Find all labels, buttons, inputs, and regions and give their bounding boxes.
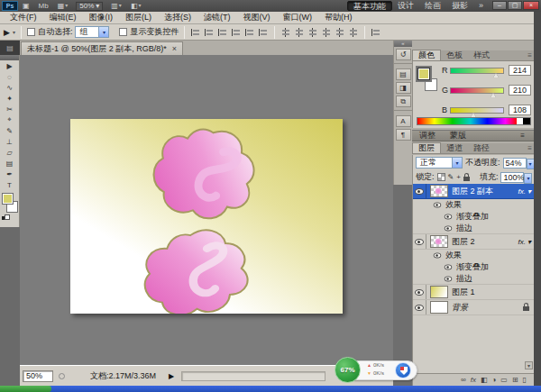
- paragraph-panel-icon[interactable]: ¶: [396, 129, 411, 141]
- auto-align-layers-icon[interactable]: [371, 28, 381, 37]
- visibility-eye-icon[interactable]: [445, 276, 453, 281]
- menu-filter[interactable]: 滤镜(T): [197, 12, 237, 23]
- distribute-top-edges-icon[interactable]: [281, 28, 290, 37]
- menu-file[interactable]: 文件(F): [4, 12, 43, 23]
- default-colors-icon[interactable]: [2, 214, 9, 221]
- layer-row-layer1[interactable]: 图层 1: [413, 285, 534, 300]
- character-panel-icon[interactable]: A: [396, 115, 411, 127]
- new-group-icon[interactable]: ▭: [500, 376, 508, 384]
- workspace-overflow-button[interactable]: »: [473, 1, 489, 11]
- tab-paths[interactable]: 路径: [468, 143, 495, 153]
- blue-value-field[interactable]: 108: [509, 105, 531, 115]
- speed-ball-widget[interactable]: 67% ▲0K/s ▼0K/s: [335, 356, 419, 386]
- visibility-eye-icon[interactable]: [434, 253, 442, 259]
- lock-position-icon[interactable]: +: [456, 173, 461, 181]
- menu-edit[interactable]: 编辑(E): [43, 12, 83, 23]
- align-left-edges-icon[interactable]: [232, 28, 241, 37]
- align-right-edges-icon[interactable]: [259, 28, 268, 37]
- brush-tool[interactable]: ✎: [0, 125, 19, 136]
- blue-slider[interactable]: [450, 107, 504, 114]
- stroke-row[interactable]: 描边: [413, 273, 534, 285]
- stroke-row[interactable]: 描边: [413, 223, 534, 234]
- tab-swatches[interactable]: 色板: [441, 50, 468, 60]
- marquee-tool[interactable]: ◌: [0, 71, 19, 82]
- layers-panel-menu-icon[interactable]: ≡: [527, 144, 532, 152]
- adjustment-layer-icon[interactable]: ◑: [491, 376, 496, 384]
- layer-thumbnail[interactable]: [430, 185, 448, 197]
- visibility-eye-icon[interactable]: [445, 265, 453, 270]
- document-canvas[interactable]: [70, 119, 343, 314]
- blend-mode-dropdown[interactable]: 正常 ▾: [416, 157, 463, 169]
- windows-taskbar[interactable]: [0, 386, 541, 392]
- pen-tool[interactable]: ✒: [0, 169, 19, 179]
- layer-effects-badge[interactable]: fx.▾: [518, 238, 531, 246]
- new-layer-icon[interactable]: ⊞: [512, 376, 518, 384]
- eyedropper-tool[interactable]: ⌖: [0, 114, 19, 125]
- minimize-button[interactable]: –: [492, 1, 507, 10]
- move-tool-preset-icon[interactable]: ▶: [4, 28, 10, 37]
- canvas-area[interactable]: [20, 55, 393, 365]
- foreground-color-swatch[interactable]: [2, 193, 14, 205]
- magic-wand-tool[interactable]: ✦: [0, 93, 19, 104]
- memory-percent-ball[interactable]: 67%: [335, 357, 361, 383]
- align-vertical-centers-icon[interactable]: [205, 28, 214, 37]
- link-layers-icon[interactable]: ∞: [461, 376, 466, 384]
- visibility-eye-icon[interactable]: [415, 289, 424, 296]
- layer-thumbnail[interactable]: [430, 301, 448, 314]
- layer-row-layer2[interactable]: 图层 2 fx.▾: [413, 234, 534, 250]
- tab-masks[interactable]: 蒙版: [443, 130, 473, 141]
- menu-help[interactable]: 帮助(H): [318, 12, 359, 23]
- tab-color[interactable]: 颜色: [412, 50, 441, 60]
- restore-button[interactable]: ▢: [508, 1, 522, 10]
- eraser-tool[interactable]: ▱: [0, 147, 19, 158]
- distribute-bottom-edges-icon[interactable]: [308, 28, 317, 37]
- screen-mode-icon[interactable]: ◧▾: [126, 1, 146, 11]
- visibility-eye-icon[interactable]: [434, 203, 442, 208]
- add-mask-icon[interactable]: ◧: [481, 376, 488, 384]
- distribute-right-edges-icon[interactable]: [349, 28, 358, 37]
- distribute-left-edges-icon[interactable]: [322, 28, 331, 37]
- menu-select[interactable]: 选择(S): [158, 12, 197, 23]
- layer-row-background[interactable]: 背景: [413, 300, 534, 315]
- tools-panel-header-icon[interactable]: ▤: [0, 41, 20, 55]
- distribute-horizontal-centers-icon[interactable]: [335, 28, 344, 37]
- close-button[interactable]: ×: [523, 1, 539, 10]
- visibility-eye-icon[interactable]: [445, 225, 453, 231]
- start-button[interactable]: [0, 386, 51, 392]
- visibility-eye-icon[interactable]: [415, 305, 424, 311]
- lock-all-icon[interactable]: [463, 177, 470, 181]
- layer-thumbnail[interactable]: [430, 286, 448, 298]
- menu-view[interactable]: 视图(V): [237, 12, 277, 23]
- scroll-down-icon[interactable]: ▾: [525, 361, 533, 369]
- layer-row-layer2-copy[interactable]: 图层 2 副本 fx.▾: [413, 184, 534, 199]
- status-options-arrow-icon[interactable]: ▶: [169, 372, 174, 380]
- security-shield-icon[interactable]: [395, 362, 411, 378]
- color-spectrum-ramp[interactable]: [417, 117, 531, 125]
- workspace-photography[interactable]: 摄影: [446, 1, 473, 11]
- layer-thumbnail[interactable]: [430, 235, 448, 248]
- align-top-edges-icon[interactable]: [191, 28, 200, 37]
- fill-field[interactable]: 100% ▾: [500, 172, 524, 183]
- green-value-field[interactable]: 210: [509, 85, 531, 96]
- distribute-vertical-centers-icon[interactable]: [295, 28, 304, 37]
- arrange-documents-icon[interactable]: ▥▾: [106, 1, 126, 11]
- tab-channels[interactable]: 通道: [441, 143, 468, 153]
- show-transform-checkbox[interactable]: [119, 28, 127, 36]
- color-background-swatch[interactable]: [425, 78, 437, 91]
- crop-tool[interactable]: ✂: [0, 104, 19, 114]
- workspace-design[interactable]: 设计: [392, 1, 419, 11]
- tool-preset-arrow-icon[interactable]: ▾: [13, 29, 15, 35]
- lasso-tool[interactable]: ∿: [0, 82, 19, 93]
- info-panel-icon[interactable]: ◨: [396, 82, 411, 94]
- delete-layer-icon[interactable]: ▯: [523, 376, 527, 384]
- color-panel-menu-icon[interactable]: ≡: [527, 51, 532, 59]
- auto-select-dropdown[interactable]: 组 ▾: [75, 26, 109, 38]
- red-value-field[interactable]: 214: [509, 65, 531, 76]
- effects-row[interactable]: 效果: [413, 250, 534, 261]
- adjustments-panel-menu-icon[interactable]: ≡: [513, 132, 532, 140]
- clone-stamp-tool[interactable]: ⊥: [0, 136, 19, 147]
- gradient-overlay-row[interactable]: 渐变叠加: [413, 211, 534, 223]
- bridge-icon[interactable]: ▣: [18, 1, 34, 11]
- visibility-eye-icon[interactable]: [415, 188, 424, 195]
- auto-select-checkbox[interactable]: [27, 28, 35, 36]
